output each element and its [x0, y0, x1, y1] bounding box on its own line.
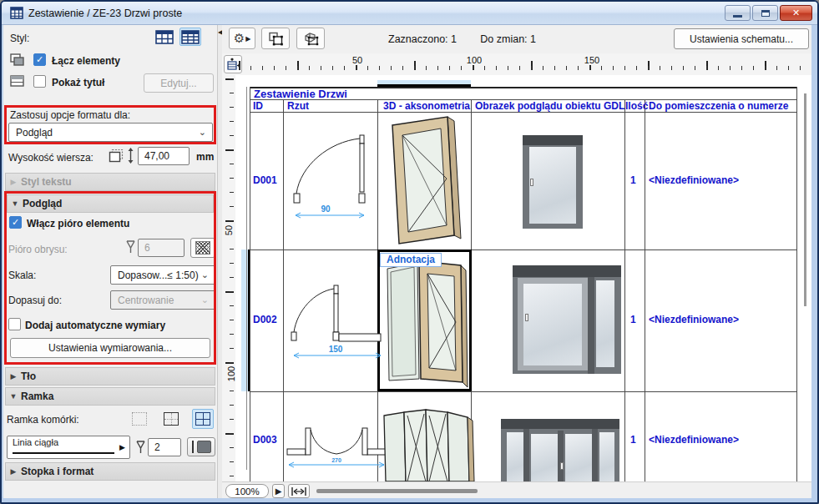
col-header-3d: 3D - aksonometria	[383, 100, 470, 112]
row-qty: 1	[630, 434, 636, 446]
select-elements-button[interactable]	[261, 28, 290, 49]
gdl-preview-d003	[501, 419, 619, 481]
merge-elements-checkbox[interactable]: ✓	[33, 53, 46, 66]
col-header-room: Do pomieszczenia o numerze	[649, 100, 788, 112]
fit-width-icon	[291, 487, 306, 496]
chevron-down-icon: ⌄	[201, 270, 209, 280]
row-height-input[interactable]: 47,00	[138, 147, 190, 165]
fit-width-button[interactable]	[288, 484, 310, 498]
annotation-chip[interactable]: Adnotacja	[380, 253, 442, 267]
table-resize-icon	[226, 58, 240, 72]
frame-none-icon	[132, 412, 147, 426]
section-footer[interactable]: ▶ Stopka i format	[5, 462, 215, 481]
cell-frame-label: Ramka komórki:	[7, 414, 79, 426]
pen-pattern-button[interactable]	[190, 238, 215, 258]
enable-pen-checkbox[interactable]: ✓	[9, 216, 22, 229]
frame-all-icon	[195, 412, 210, 426]
outline-pen-label: Pióro obrysu:	[8, 244, 68, 255]
flyout-arrow-icon: ▶	[276, 486, 282, 496]
row-height-unit: mm	[196, 151, 214, 163]
frame-pen-input[interactable]: 2	[148, 438, 181, 456]
bottom-bar: 100% ▶	[222, 481, 811, 498]
dim-settings-button[interactable]: Ustawienia wymiarowania...	[10, 338, 210, 358]
edit-button[interactable]: Edytuj...	[144, 73, 214, 93]
col-header-qty: Ilość	[625, 100, 648, 112]
pen-icon	[135, 440, 146, 455]
row-qty: 1	[630, 314, 636, 325]
door-plan-d002: 150	[287, 282, 386, 365]
scale-label: Skala:	[8, 270, 36, 281]
table-style-1-button[interactable]	[154, 28, 175, 46]
flyout-arrow-icon: ▶	[245, 35, 250, 43]
ruler-mark-100: 100	[463, 55, 485, 65]
row-height-arrows-icon	[127, 148, 134, 164]
close-icon: ✕	[792, 8, 800, 18]
schedule-toolbar: ⚙ ▶	[222, 25, 811, 53]
cell-frame-none-button[interactable]	[129, 409, 150, 429]
gear-icon: ⚙	[234, 31, 245, 46]
svg-text:90: 90	[321, 204, 331, 214]
cell-frame-outline-button[interactable]	[160, 409, 182, 429]
horizontal-scrollbar[interactable]	[316, 489, 478, 493]
row-id: D003	[253, 434, 277, 446]
scale-dropdown[interactable]: Dopasow...≤ 1:50) ⌄	[110, 265, 215, 285]
restore-button[interactable]	[752, 5, 778, 21]
vertical-ruler: 50 100	[222, 75, 235, 481]
col-header-id: ID	[253, 100, 263, 112]
line-type-value: Linia ciągła	[13, 437, 58, 447]
vruler-mark-50: 50	[224, 223, 234, 238]
table-style-2-button[interactable]	[179, 28, 201, 46]
page-left-edge	[246, 87, 247, 470]
table-title: Zestawienie Drzwi	[254, 88, 347, 100]
schedule-window: Zestawienie / ZE-23 Drzwi proste ✕ Styl:	[0, 0, 819, 504]
ruler-minor-ticks	[239, 66, 808, 70]
schedule-canvas[interactable]: Zestawienie Drzwi ID Rzut 3D - aksonomet…	[235, 75, 811, 481]
show-title-checkbox[interactable]	[33, 75, 46, 88]
col-header-rzut: Rzut	[287, 100, 309, 112]
enable-pen-label: Włącz pióro elementu	[27, 218, 129, 229]
chevron-down-icon: ⌄	[201, 295, 209, 305]
select-elements-icon	[268, 32, 284, 46]
frame-outline-icon	[164, 412, 179, 426]
close-button[interactable]: ✕	[780, 5, 812, 21]
line-sample	[13, 452, 114, 454]
format-for-dropdown[interactable]: Podgląd ⌄	[8, 123, 213, 142]
table-style-1-icon	[155, 30, 174, 44]
frame-color-button[interactable]	[187, 437, 215, 456]
ruler-mark-150: 150	[581, 55, 603, 65]
ruler-mark-50: 50	[349, 55, 366, 65]
vertical-scrollbar[interactable]	[804, 93, 806, 306]
row-id: D001	[253, 174, 277, 186]
svg-text:270: 270	[331, 457, 341, 463]
line-type-dropdown[interactable]: Linia ciągła ▶	[7, 436, 130, 459]
outline-pen-input[interactable]: 6	[138, 239, 185, 257]
fit-dropdown[interactable]: Centrowanie ⌄	[110, 290, 215, 310]
uniform-size-icon[interactable]	[109, 149, 124, 163]
auto-dims-label: Dodaj automatyczne wymiary	[25, 320, 165, 331]
merge-elements-icon	[10, 53, 24, 67]
section-frame[interactable]: ▼ Ramka	[5, 387, 215, 406]
settings-menu-button[interactable]: ⚙ ▶	[229, 28, 255, 49]
zoom-level[interactable]: 100%	[225, 484, 269, 498]
expanded-arrow-icon: ▼	[6, 392, 21, 401]
titlebar[interactable]: Zestawienie / ZE-23 Drzwi proste ✕	[2, 2, 817, 25]
fit-value: Centrowanie	[118, 295, 174, 306]
pattern-swatch-icon	[195, 241, 210, 255]
zoom-menu-button[interactable]: ▶	[272, 484, 285, 498]
show-title-icon	[10, 75, 24, 87]
section-text-style[interactable]: ▶ Styl tekstu	[5, 173, 215, 191]
minimize-button[interactable]	[725, 5, 751, 21]
section-preview[interactable]: ▼ Podgląd	[7, 194, 214, 213]
show-title-label: Pokaż tytuł	[52, 77, 104, 88]
row-qty: 1	[630, 174, 636, 186]
cell-frame-all-button[interactable]	[192, 409, 214, 429]
row-room: <Niezdefiniowane>	[649, 174, 739, 186]
row-id: D002	[253, 314, 277, 325]
select-in-3d-button[interactable]	[296, 28, 325, 49]
scheme-settings-button[interactable]: Ustawienia schematu...	[674, 28, 809, 49]
auto-dims-checkbox[interactable]	[8, 318, 21, 330]
row-height-label: Wysokość wiersza:	[8, 152, 94, 164]
fit-label: Dopasuj do:	[8, 295, 62, 306]
format-options-panel: Styl:	[3, 25, 217, 498]
section-background[interactable]: ▶ Tło	[5, 367, 215, 386]
